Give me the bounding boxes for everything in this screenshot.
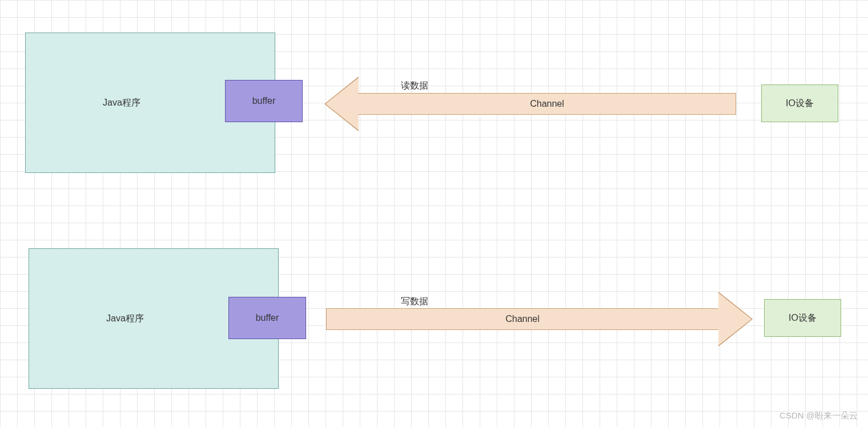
java-program-label: Java程序 [103,97,140,109]
buffer-box-bottom: buffer [228,297,306,339]
java-program-label: Java程序 [106,313,144,325]
buffer-box-top: buffer [225,80,303,122]
write-data-label: 写数据 [401,296,428,308]
channel-arrow-body-bottom: Channel [326,308,719,330]
channel-arrow-edge-bottom-left [326,308,327,330]
io-device-box-bottom: IO设备 [764,299,841,337]
channel-arrow-label: Channel [530,99,564,109]
io-device-label: IO设备 [786,98,814,110]
io-device-label: IO设备 [789,312,817,324]
buffer-label: buffer [252,96,276,106]
channel-arrow-body-top: Channel [358,93,736,115]
io-device-box-top: IO设备 [761,84,838,122]
buffer-label: buffer [256,313,279,323]
watermark-text: CSDN @盼来一朵云 [779,410,858,421]
channel-arrow-label: Channel [505,314,540,324]
channel-arrow-edge-top-right [736,93,736,115]
read-data-label: 读数据 [401,80,428,92]
